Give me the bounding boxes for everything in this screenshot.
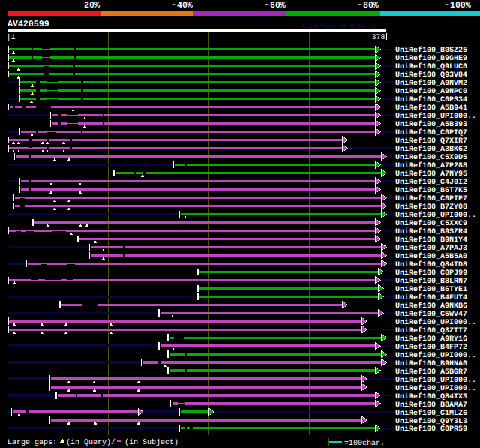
svg-text:UniRef100_UPI000..: UniRef100_UPI000.. [395,384,476,393]
svg-text:UniRef100_UPI000..: UniRef100_UPI000.. [395,318,476,327]
svg-text:(in Subject): (in Subject) [124,438,178,447]
svg-text:UniRef100_A7NY95: UniRef100_A7NY95 [395,170,467,179]
svg-text:UniRef100_C1MLZ6: UniRef100_C1MLZ6 [395,409,467,418]
svg-text:UniRef100_C0PR59: UniRef100_C0PR59 [395,425,467,434]
svg-text:UniRef100_Q7XIR7: UniRef100_Q7XIR7 [395,137,467,146]
svg-text:UniRef100_Q93V84: UniRef100_Q93V84 [395,71,467,80]
svg-text:UniRef100_A9RY16: UniRef100_A9RY16 [395,335,467,344]
svg-text:~80%: ~80% [358,1,379,11]
svg-text:~40%: ~40% [172,1,193,11]
svg-text:AV420599: AV420599 [8,20,50,29]
svg-text:UniRef100_A5B941: UniRef100_A5B941 [395,104,467,113]
svg-text:UniRef100_C0PJ99: UniRef100_C0PJ99 [395,269,467,278]
svg-text:UniRef100_C0PS34: UniRef100_C0PS34 [395,95,467,104]
svg-text:=100char.: =100char. [344,439,385,448]
svg-text:UniRef100_C0PTQ7: UniRef100_C0PTQ7 [395,128,467,137]
svg-text:UniRef100_C5XXC9: UniRef100_C5XXC9 [395,219,467,228]
svg-text:UniRef100_C5WV47: UniRef100_C5WV47 [395,310,467,319]
svg-text:UniRef100_A9NVM2: UniRef100_A9NVM2 [395,79,467,88]
svg-text:UniRef100_A5B393: UniRef100_A5B393 [395,120,467,129]
svg-text:UniRef100_Q9Y3L3: UniRef100_Q9Y3L3 [395,417,467,426]
svg-text:~100%: ~100% [445,1,471,11]
svg-text:UniRef100_C5X9D5: UniRef100_C5X9D5 [395,153,467,162]
svg-text:AlignView.pm Beta rel.7: AlignView.pm Beta rel.7 [302,23,388,30]
svg-text:UniRef100_A9NPC0: UniRef100_A9NPC0 [395,87,467,96]
svg-text:UniRef100_B4FP72: UniRef100_B4FP72 [395,343,467,352]
svg-text:UniRef100_B9GHE9: UniRef100_B9GHE9 [395,54,467,63]
svg-text:UniRef100_B9HNA0: UniRef100_B9HNA0 [395,359,467,368]
svg-text:UniRef100_B9N1Y4: UniRef100_B9N1Y4 [395,236,467,245]
svg-text:UniRef100_Q84TX3: UniRef100_Q84TX3 [395,392,467,401]
svg-text:Large gaps:: Large gaps: [8,439,57,447]
svg-text:UniRef100_B4FUT4: UniRef100_B4FUT4 [395,293,467,302]
svg-text:UniRef100_B9SZR4: UniRef100_B9SZR4 [395,227,467,236]
svg-text:20%: 20% [84,1,100,11]
svg-text:UniRef100_B8AMA7: UniRef100_B8AMA7 [395,401,467,410]
svg-text:UniRef100_A5BGR7: UniRef100_A5BGR7 [395,368,467,377]
svg-text:UniRef100_A9NKB6: UniRef100_A9NKB6 [395,302,467,311]
svg-text:UniRef100_C0PIP7: UniRef100_C0PIP7 [395,194,467,203]
svg-text:UniRef100_Q3ZTT7: UniRef100_Q3ZTT7 [395,326,467,335]
svg-text:UniRef100_B8LRN7: UniRef100_B8LRN7 [395,277,467,286]
svg-text:378: 378 [372,34,386,42]
svg-text:UniRef100_B9SZ25: UniRef100_B9SZ25 [395,46,467,55]
svg-text:UniRef100_A3BK62: UniRef100_A3BK62 [395,145,467,154]
svg-text:UniRef100_UPI000..: UniRef100_UPI000.. [395,211,476,220]
svg-text:UniRef100_UPI000..: UniRef100_UPI000.. [395,112,476,121]
svg-text:|1: |1 [7,33,16,42]
svg-text:UniRef100_A7P288: UniRef100_A7P288 [395,161,467,170]
svg-text:(in Query)/: (in Query)/ [66,438,116,447]
svg-text:UniRef100_C4J9I2: UniRef100_C4J9I2 [395,178,467,187]
svg-text:UniRef100_UPI000..: UniRef100_UPI000.. [395,376,476,385]
svg-text:UniRef100_UPI000..: UniRef100_UPI000.. [395,351,476,360]
svg-text:UniRef100_A5B5A0: UniRef100_A5B5A0 [395,252,467,261]
svg-text:UniRef100_B6T7K5: UniRef100_B6T7K5 [395,186,467,195]
svg-text:UniRef100_B6TYE1: UniRef100_B6TYE1 [395,285,467,294]
svg-text:UniRef100_Q84TD8: UniRef100_Q84TD8 [395,260,467,269]
svg-text:UniRef100_A7PAJ3: UniRef100_A7PAJ3 [395,244,467,253]
svg-text:UniRef100_B7ZY08: UniRef100_B7ZY08 [395,203,467,212]
svg-text:UniRef100_Q9LUC0: UniRef100_Q9LUC0 [395,62,467,71]
svg-text:~60%: ~60% [265,1,286,11]
